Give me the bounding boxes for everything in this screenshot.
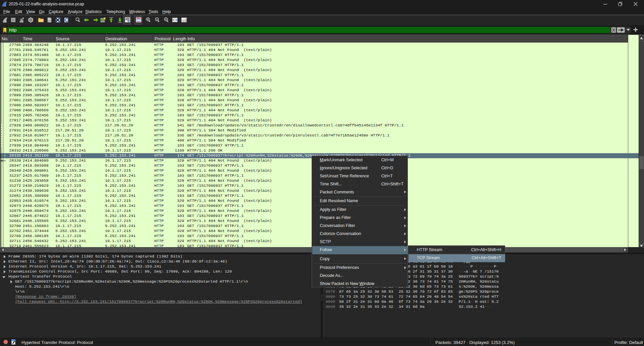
- svg-text:010: 010: [48, 20, 51, 22]
- svg-text:1: 1: [185, 18, 186, 20]
